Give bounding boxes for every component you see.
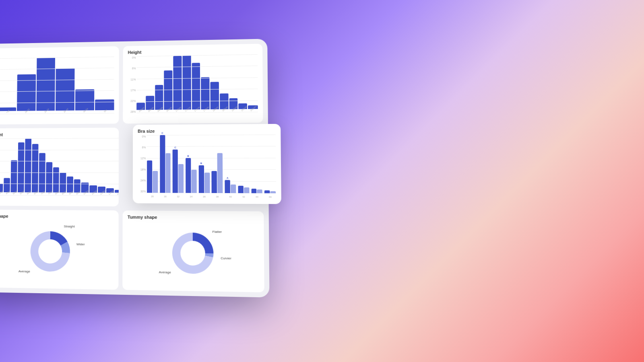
svg-text:118: 118 — [46, 249, 54, 254]
chart-age: Age57%46%34%23%11%0%<1818-2425-3435-4445… — [0, 46, 119, 125]
chart-tummy_shape: Tummy shape115FlatterCurvierAverage — [122, 210, 264, 292]
chart-hip_shape: Hip shape118StraightWiderAverage — [0, 210, 119, 290]
chart-height: Height28%22%17%11%6%0%150cm155cm160cm165… — [123, 44, 263, 124]
dashboard: Age57%46%34%23%11%0%<1818-2425-3435-4445… — [0, 39, 269, 297]
chart-bra_size: Bra size30%24%18%12%6%0%28C30C32B34B3638… — [133, 124, 281, 204]
svg-text:115: 115 — [189, 251, 196, 256]
chart-weight: Weight24%19%14%10%5%0%40kg45kg50kg55kg60… — [0, 128, 119, 206]
